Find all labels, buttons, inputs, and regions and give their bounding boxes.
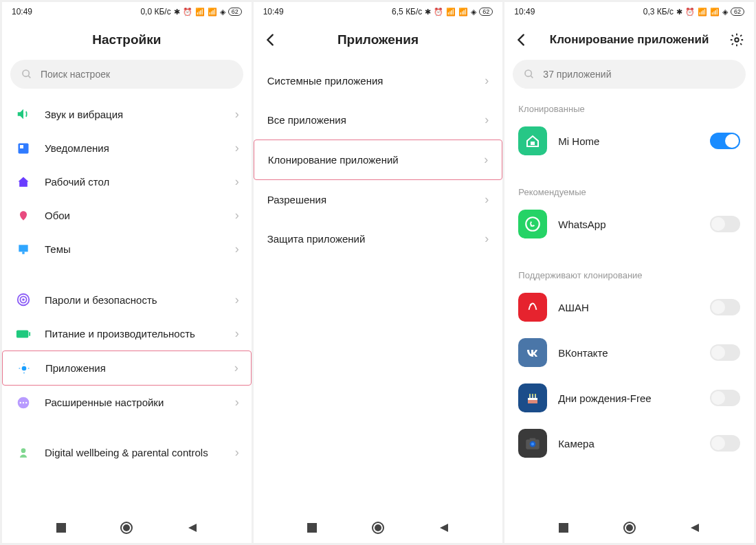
chevron-right-icon: ›: [485, 74, 489, 88]
app-row-vk[interactable]: ВКонтакте: [504, 330, 754, 375]
status-time: 10:49: [514, 7, 535, 16]
svg-point-8: [23, 299, 24, 300]
svg-point-27: [530, 304, 532, 306]
app-row-auchan[interactable]: АШАН: [504, 285, 754, 330]
bluetooth-icon: ✱: [425, 8, 431, 16]
svg-point-23: [525, 70, 531, 76]
svg-point-0: [23, 70, 29, 76]
nav-back-button[interactable]: [187, 522, 198, 533]
svg-rect-16: [56, 523, 66, 533]
settings-button[interactable]: [729, 32, 744, 47]
bluetooth-icon: ✱: [676, 8, 682, 16]
row-system-apps[interactable]: Системные приложения ›: [254, 61, 503, 100]
row-app-protection[interactable]: Защита приложений ›: [254, 219, 503, 258]
mihome-icon: [518, 126, 547, 155]
row-label: Все приложения: [267, 114, 485, 126]
row-sound[interactable]: Звук и вибрация ›: [2, 97, 252, 131]
header: Приложения: [254, 21, 503, 56]
row-wellbeing[interactable]: Digital wellbeing & parental controls ›: [2, 436, 252, 469]
search-bar[interactable]: [10, 60, 243, 89]
section-header-supported: Поддерживают клонирование: [504, 263, 754, 285]
nav-home-button[interactable]: [623, 521, 636, 535]
page-title: Клонирование приложений: [515, 33, 743, 47]
app-row-mihome[interactable]: Mi Home: [504, 118, 754, 164]
whatsapp-icon: [518, 210, 547, 238]
app-label: Камера: [558, 438, 699, 449]
nav-back-button[interactable]: [689, 522, 700, 533]
row-clone-apps[interactable]: Клонирование приложений ›: [254, 140, 503, 180]
toggle-camera[interactable]: [710, 435, 740, 452]
chevron-right-icon: ›: [234, 361, 238, 375]
row-themes[interactable]: Темы ›: [2, 232, 252, 266]
row-label: Расширенные настройки: [45, 397, 223, 408]
svg-point-26: [526, 217, 540, 231]
search-bar[interactable]: [513, 60, 746, 89]
nav-recent-button[interactable]: [56, 522, 67, 533]
svg-rect-9: [16, 330, 28, 337]
chevron-right-icon: ›: [235, 175, 239, 189]
alarm-icon: ⏰: [434, 8, 443, 16]
wifi-icon: ◈: [471, 8, 476, 16]
svg-point-39: [626, 524, 633, 531]
row-home[interactable]: Рабочий стол ›: [2, 165, 252, 199]
toggle-whatsapp[interactable]: [710, 216, 740, 232]
row-apps[interactable]: Приложения ›: [2, 351, 252, 386]
row-wallpaper[interactable]: Обои ›: [2, 199, 252, 232]
toggle-auchan[interactable]: [710, 299, 740, 315]
row-security[interactable]: Пароли и безопасность ›: [2, 282, 252, 317]
svg-point-32: [535, 394, 536, 395]
row-label: Уведомления: [45, 142, 223, 154]
nav-bar: [504, 513, 754, 543]
section-header-recommended: Рекомендуемые: [504, 180, 754, 201]
svg-rect-3: [20, 145, 23, 148]
row-notifications[interactable]: Уведомления ›: [2, 131, 252, 165]
camera-icon: [518, 429, 547, 458]
row-all-apps[interactable]: Все приложения ›: [254, 100, 503, 140]
search-input[interactable]: [543, 69, 735, 80]
search-input[interactable]: [41, 69, 232, 80]
wifi-icon: ◈: [722, 8, 728, 16]
row-label: Клонирование приложений: [268, 154, 485, 166]
header: Клонирование приложений: [504, 21, 754, 56]
sound-icon: [14, 107, 32, 122]
themes-icon: [14, 243, 32, 256]
status-time: 10:49: [12, 7, 32, 16]
nav-recent-button[interactable]: [558, 522, 569, 533]
row-battery[interactable]: Питание и производительность ›: [2, 317, 252, 351]
nav-back-button[interactable]: [438, 522, 449, 533]
app-label: АШАН: [558, 302, 699, 313]
svg-point-18: [123, 524, 130, 531]
row-permissions[interactable]: Разрешения ›: [254, 180, 503, 219]
row-label: Питание и производительность: [45, 328, 223, 340]
svg-rect-5: [22, 252, 24, 254]
svg-point-15: [21, 448, 26, 453]
wallpaper-icon: [14, 209, 32, 223]
svg-rect-10: [29, 332, 30, 336]
row-label: Digital wellbeing & parental controls: [45, 447, 223, 459]
svg-point-30: [529, 394, 531, 395]
nav-bar: [2, 513, 252, 543]
notifications-icon: [14, 142, 32, 155]
chevron-right-icon: ›: [485, 113, 489, 127]
row-advanced[interactable]: Расширенные настройки ›: [2, 386, 252, 419]
app-row-birthday[interactable]: Дни рождения-Free: [504, 375, 754, 421]
nav-recent-button[interactable]: [307, 522, 318, 533]
search-icon: [524, 69, 535, 80]
chevron-right-icon: ›: [235, 242, 239, 256]
nav-home-button[interactable]: [371, 521, 385, 535]
back-button[interactable]: [514, 32, 529, 47]
nav-home-button[interactable]: [120, 521, 133, 535]
app-row-camera[interactable]: Камера: [504, 421, 754, 466]
chevron-right-icon: ›: [485, 192, 489, 207]
row-label: Темы: [45, 243, 223, 255]
app-label: ВКонтакте: [558, 347, 699, 359]
apps-icon: [15, 362, 33, 375]
toggle-vk[interactable]: [710, 344, 740, 361]
alarm-icon: ⏰: [685, 8, 695, 16]
back-button[interactable]: [263, 32, 278, 47]
toggle-birthday[interactable]: [710, 390, 740, 406]
toggle-mihome[interactable]: [710, 133, 740, 149]
app-row-whatsapp[interactable]: WhatsApp: [504, 201, 754, 247]
battery-icon: 62: [479, 8, 493, 16]
chevron-right-icon: ›: [485, 232, 489, 246]
